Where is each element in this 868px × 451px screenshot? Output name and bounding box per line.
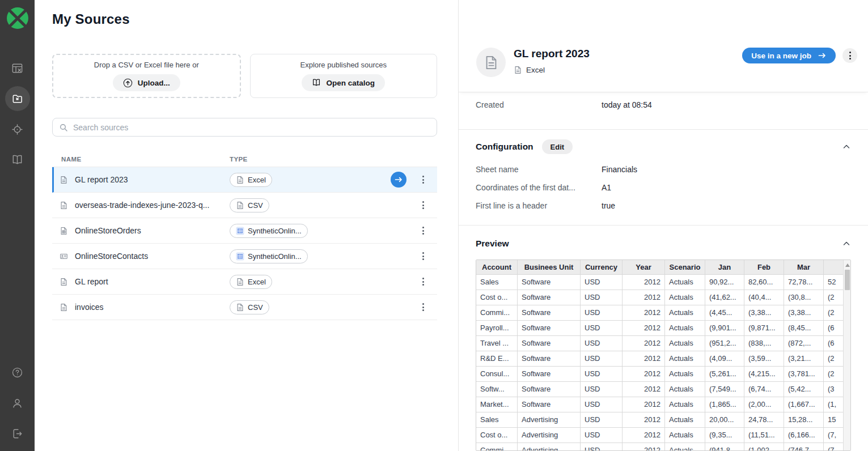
sidebar-item-catalog[interactable] <box>5 147 30 172</box>
preview-row: SalesSoftwareUSD2012Actuals90,92...82,60… <box>476 274 850 290</box>
kebab-icon <box>418 201 428 209</box>
preview-row: Commi...SoftwareUSD2012Actuals(4,45...(3… <box>476 305 850 320</box>
preview-cell: Consul... <box>476 367 518 381</box>
scrollbar-thumb[interactable] <box>845 270 850 290</box>
created-value: today at 08:54 <box>602 100 652 129</box>
preview-cell: 2012 <box>623 397 665 412</box>
source-row[interactable]: OnlineStoreContactsSyntheticOnlin... <box>52 244 437 269</box>
preview-cell: 24,78... <box>744 412 784 427</box>
sidebar-item-sources[interactable] <box>5 86 30 111</box>
sidebar-item-lineage[interactable] <box>5 117 30 142</box>
search-box[interactable] <box>52 118 437 137</box>
catalog-box: Explore published sources Open catalog <box>250 54 438 98</box>
source-type-label: CSV <box>248 201 263 210</box>
source-type-badge: CSV <box>230 300 269 314</box>
preview-cell: Actuals <box>665 428 705 443</box>
preview-cell: Softw... <box>476 382 518 397</box>
preview-cell: Actuals <box>665 443 705 451</box>
detail-titles: GL report 2023 Excel <box>514 48 590 74</box>
preview-cell: Software <box>518 382 581 397</box>
preview-column-header: Year <box>623 260 665 274</box>
preview-cell: 2012 <box>623 443 665 451</box>
source-type-label: SyntheticOnlin... <box>248 227 302 235</box>
sources-icon <box>11 92 24 105</box>
file-icon <box>60 303 68 312</box>
preview-column-header: Jan <box>705 260 744 274</box>
preview-cell: (5,42... <box>784 382 824 397</box>
row-menu-button[interactable] <box>418 251 428 262</box>
preview-cell: Actuals <box>665 397 705 412</box>
source-name-cell: GL report <box>60 277 230 286</box>
source-row[interactable]: OnlineStoreOrdersSyntheticOnlin... <box>52 218 437 244</box>
sidebar-item-account[interactable] <box>5 390 30 415</box>
file-icon <box>60 201 68 210</box>
preview-cell: 82,60... <box>744 275 784 290</box>
row-menu-button[interactable] <box>418 276 428 287</box>
preview-scrollbar[interactable] <box>843 260 850 450</box>
search-input[interactable] <box>73 123 430 132</box>
preview-cell: Payroll... <box>476 321 518 335</box>
source-row[interactable]: overseas-trade-indexes-june-2023-q...CSV <box>52 193 437 218</box>
upload-button[interactable]: Upload... <box>113 74 180 91</box>
column-header-name: NAME <box>52 156 230 163</box>
edit-configuration-button[interactable]: Edit <box>542 139 573 154</box>
source-row[interactable]: invoicesCSV <box>52 295 437 320</box>
sidebar-nav <box>5 56 30 172</box>
file-icon <box>60 278 68 286</box>
preview-cell: (1,667... <box>784 397 824 412</box>
preview-cell: Market... <box>476 397 518 412</box>
scrollbar-up-arrow[interactable] <box>845 263 850 267</box>
preview-cell: 72,78... <box>784 275 824 290</box>
row-menu-button[interactable] <box>418 226 428 236</box>
sidebar-item-help[interactable] <box>5 360 30 385</box>
use-in-new-job-button[interactable]: Use in a new job <box>742 48 836 63</box>
preview-cell: Advertising <box>518 443 581 451</box>
page-title: My Sources <box>52 11 458 27</box>
preview-cell: USD <box>581 290 623 305</box>
row-menu-button[interactable] <box>418 200 428 211</box>
preview-cell: 20,00... <box>705 412 744 427</box>
open-source-button[interactable] <box>391 172 407 188</box>
kebab-icon <box>418 278 428 286</box>
upload-button-label: Upload... <box>138 79 170 87</box>
configuration-field: Sheet nameFinancials <box>476 160 851 178</box>
preview-cell: (1,002 <box>744 443 784 451</box>
upload-icon <box>123 78 133 88</box>
preview-cell: Cost o... <box>476 428 518 443</box>
sources-table-header: NAME TYPE <box>52 152 437 167</box>
help-icon <box>11 366 24 379</box>
open-catalog-button[interactable]: Open catalog <box>302 74 385 91</box>
detail-menu-button[interactable] <box>842 48 857 63</box>
chevron-up-icon <box>842 239 851 248</box>
sidebar-item-jobs[interactable] <box>5 56 30 80</box>
source-row[interactable]: GL reportExcel <box>52 269 437 295</box>
configuration-section: Configuration Edit Sheet nameFinancialsC… <box>459 130 868 226</box>
preview-cell: Actuals <box>665 321 705 335</box>
preview-cell: USD <box>581 367 623 381</box>
clover-logo[interactable] <box>7 7 28 29</box>
preview-cell: Software <box>518 351 581 366</box>
preview-cell: 2012 <box>623 275 665 290</box>
preview-cell: Software <box>518 290 581 305</box>
collapse-configuration-button[interactable] <box>842 142 851 151</box>
preview-cell: (3,38... <box>784 305 824 320</box>
preview-column-header: Businees Unit <box>518 260 581 274</box>
collapse-preview-button[interactable] <box>842 239 851 248</box>
preview-cell: 2012 <box>623 428 665 443</box>
row-menu-button[interactable] <box>418 302 428 313</box>
preview-row: Softw...SoftwareUSD2012Actuals(7,549...(… <box>476 381 850 397</box>
sidebar <box>0 0 35 451</box>
preview-cell: Actuals <box>665 290 705 305</box>
preview-cell: (872,... <box>784 336 824 351</box>
preview-table-body: SalesSoftwareUSD2012Actuals90,92...82,60… <box>476 274 850 451</box>
kebab-icon <box>418 303 428 311</box>
preview-cell: 2012 <box>623 321 665 335</box>
row-menu-button[interactable] <box>418 175 428 185</box>
kebab-icon <box>418 227 428 235</box>
preview-cell: 2012 <box>623 336 665 351</box>
preview-cell: USD <box>581 321 623 335</box>
source-row[interactable]: GL report 2023Excel <box>52 167 437 193</box>
sidebar-item-logout[interactable] <box>5 421 30 446</box>
file-dropzone[interactable]: Drop a CSV or Excel file here or Upload.… <box>52 54 241 98</box>
preview-cell: (3,38... <box>744 305 784 320</box>
